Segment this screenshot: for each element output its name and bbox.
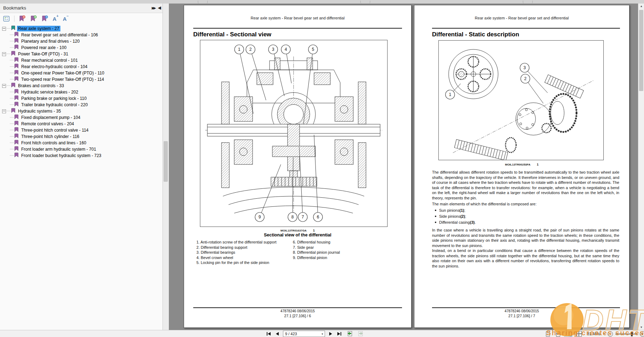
legend-item: 5. Locking pin for the pin of the side p… (196, 260, 297, 265)
bookmark-item[interactable]: Fixed displacement pump - 104 (0, 114, 158, 121)
decrease-text-icon[interactable]: A− (63, 16, 69, 22)
expander-minus-icon[interactable] (2, 52, 6, 56)
figure-code: MOIL13TR01637GA1 (184, 229, 411, 232)
next-view-button[interactable] (357, 331, 365, 337)
bookmark-item[interactable]: Hydraulic systems - 35 (0, 108, 158, 114)
bookmark-item[interactable]: One-speed rear Power Take-Off (PTO) - 11… (0, 70, 158, 76)
scrollbar-thumb[interactable] (639, 10, 643, 91)
tab-notch (360, 1, 370, 4)
bookmark-label: Front loader arm hydraulic system - 701 (20, 146, 97, 152)
panel-expand-icon[interactable] (152, 5, 155, 11)
bookmark-item[interactable]: Rear mechanical control - 101 (0, 57, 158, 64)
bookmark-item[interactable]: Three-point hitch cylinder - 116 (0, 133, 158, 140)
facing-continuous-view-icon[interactable] (575, 330, 583, 337)
single-page-view-icon[interactable] (544, 330, 552, 337)
bookmark-item[interactable]: Trailer brake hydraulic control - 220 (0, 102, 158, 108)
bookmark-label: Fixed displacement pump - 104 (20, 115, 81, 120)
bookmark-flag-icon (11, 51, 16, 58)
tree-connector (10, 47, 14, 48)
bookmark-item[interactable]: Rear electro-hydraulic control - 104 (0, 64, 158, 70)
tree-connector (7, 111, 11, 112)
footer-code: 47878246 08/06/2015 (184, 309, 411, 313)
document-area: Rear axle system - Rear bevel gear set a… (169, 4, 638, 330)
bookmarks-scrollbar[interactable] (163, 4, 169, 330)
bookmark-item[interactable]: Front loader arm hydraulic system - 701 (0, 146, 158, 152)
continuous-view-icon[interactable] (554, 330, 562, 337)
bookmark-flag-icon (11, 83, 16, 89)
bookmark-label: Remote control valves - 204 (20, 121, 75, 127)
zoom-dropdown-caret-icon[interactable]: ▼ (603, 333, 605, 335)
bullet-dot-icon (435, 210, 436, 211)
add-bookmark-icon[interactable] (30, 15, 37, 22)
bookmark-item[interactable]: Planetary and final drives - 120 (0, 38, 158, 44)
bookmark-label: Front hitch controls and lines - 160 (20, 140, 87, 146)
previous-page-button[interactable] (275, 331, 280, 337)
bullet-dot-icon (435, 222, 436, 223)
expander-minus-icon[interactable] (2, 109, 6, 113)
bookmark-label: Trailer brake hydraulic control - 220 (20, 102, 89, 108)
static-description-figure: 123 (438, 40, 604, 160)
panel-options-icon[interactable] (3, 15, 10, 22)
bookmark-item[interactable]: Powered rear axle - 100 (0, 44, 158, 51)
bookmark-item[interactable]: Front hitch controls and lines - 160 (0, 140, 158, 146)
footer-page-number: 27.1 [27.106] / 7 (414, 314, 629, 318)
expander-minus-icon[interactable] (2, 84, 6, 88)
document-scrollbar[interactable]: ▲ ▼ (638, 4, 644, 330)
scroll-up-icon[interactable]: ▲ (638, 4, 644, 9)
svg-text:3: 3 (272, 47, 274, 52)
scroll-down-icon[interactable]: ▼ (638, 325, 644, 330)
pdf-page-right: Rear axle system - Rear bevel gear set a… (414, 5, 630, 328)
bookmark-label: Rear axle system - 27 (17, 26, 60, 31)
bookmarks-panel-header: Bookmarks (0, 4, 163, 13)
section-title: Differential - Sectional view (193, 31, 271, 38)
bookmark-item[interactable]: Front loader bucket hydraulic system - 7… (0, 152, 158, 159)
bookmark-settings-icon[interactable] (41, 15, 48, 22)
bookmark-label: Hydraulic service brakes - 202 (20, 89, 79, 95)
bookmark-item[interactable]: Two-speed rear Power Take-Off (PTO) - 11… (0, 76, 158, 83)
last-page-button[interactable] (336, 331, 342, 337)
zoom-slider[interactable] (615, 333, 637, 335)
bookmark-flag-icon (14, 146, 19, 153)
bookmark-item[interactable]: Parking brake or parking lock - 110 (0, 95, 158, 102)
zoom-out-button[interactable] (608, 331, 613, 337)
svg-text:7: 7 (302, 215, 304, 219)
first-page-button[interactable] (266, 331, 272, 337)
tree-connector (7, 85, 11, 86)
panel-collapse-icon[interactable] (158, 5, 161, 11)
bookmark-label: Rear bevel gear set and differential - 1… (20, 32, 99, 38)
tree-connector (10, 79, 14, 80)
legend-item: 4. Bevel crown wheel (196, 255, 297, 260)
previous-view-button[interactable] (345, 331, 354, 337)
bookmark-label: Planetary and final drives - 120 (20, 38, 81, 44)
zoom-in-button[interactable] (640, 331, 644, 337)
delete-bookmark-icon[interactable] (19, 15, 26, 22)
bookmark-flag-icon (14, 64, 19, 70)
bookmark-label: Rear mechanical control - 101 (20, 58, 79, 63)
tree-connector (10, 143, 14, 143)
bookmark-item[interactable]: Rear axle system - 27 (0, 25, 158, 32)
dropdown-caret-icon[interactable]: ▼ (321, 333, 324, 335)
bookmark-item[interactable]: Three-point hitch control valve - 114 (0, 127, 158, 133)
increase-text-icon[interactable]: A+ (53, 16, 59, 22)
svg-text:5: 5 (312, 47, 314, 52)
bookmark-item[interactable]: Remote control valves - 204 (0, 121, 158, 127)
legend-item: 7. Side gear (293, 245, 392, 250)
scrollbar-thumb[interactable] (164, 141, 168, 182)
zoom-slider-handle[interactable] (631, 332, 633, 336)
tree-connector (10, 92, 14, 92)
page-number-input[interactable]: 9 / 423 ▼ (283, 331, 325, 337)
bookmark-item[interactable]: Power Take-Off (PTO) - 31 (0, 51, 158, 57)
bookmark-item[interactable]: Rear bevel gear set and differential - 1… (0, 32, 158, 38)
legend-item: 9. Differential pinion (293, 255, 392, 260)
next-page-button[interactable] (328, 331, 333, 337)
bookmark-item[interactable]: Hydraulic service brakes - 202 (0, 89, 158, 95)
expander-minus-icon[interactable] (2, 27, 6, 31)
tree-connector (10, 130, 14, 131)
facing-view-icon[interactable] (565, 330, 572, 337)
bookmark-flag-icon (14, 140, 19, 146)
tree-connector (10, 124, 14, 124)
footer-code: 47878246 08/06/2015 (414, 309, 629, 313)
bookmark-item[interactable]: Brakes and controls - 33 (0, 83, 158, 89)
bullet-item: Differential casing (3). (435, 219, 619, 225)
zoom-level[interactable]: 81.46% (587, 332, 600, 336)
